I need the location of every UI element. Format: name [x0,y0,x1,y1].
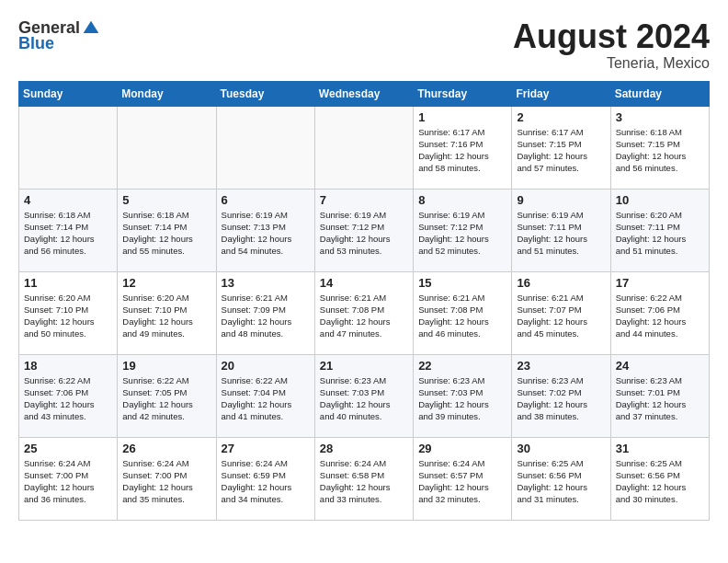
calendar-day-cell: 23Sunrise: 6:23 AM Sunset: 7:02 PM Dayli… [512,354,610,437]
day-number: 4 [24,193,112,207]
calendar-day-cell: 12Sunrise: 6:20 AM Sunset: 7:10 PM Dayli… [118,271,216,354]
day-info: Sunrise: 6:21 AM Sunset: 7:08 PM Dayligh… [320,292,408,340]
calendar-day-cell [216,106,314,189]
day-number: 6 [222,193,310,207]
day-info: Sunrise: 6:23 AM Sunset: 7:03 PM Dayligh… [418,374,506,423]
day-info: Sunrise: 6:21 AM Sunset: 7:09 PM Dayligh… [222,292,310,340]
day-info: Sunrise: 6:19 AM Sunset: 7:11 PM Dayligh… [517,209,605,258]
day-number: 3 [616,110,704,124]
day-number: 7 [320,193,408,207]
calendar-day-cell: 31Sunrise: 6:25 AM Sunset: 6:56 PM Dayli… [610,437,709,520]
day-info: Sunrise: 6:25 AM Sunset: 6:56 PM Dayligh… [616,457,704,506]
day-info: Sunrise: 6:22 AM Sunset: 7:06 PM Dayligh… [24,374,112,423]
calendar-day-cell: 29Sunrise: 6:24 AM Sunset: 6:57 PM Dayli… [414,437,512,520]
calendar-day-cell [118,106,216,189]
day-info: Sunrise: 6:20 AM Sunset: 7:10 PM Dayligh… [24,292,112,340]
day-number: 28 [320,442,408,455]
day-number: 30 [517,442,605,455]
day-number: 19 [122,359,210,373]
page-header: General Blue August 2024 Teneria, Mexico [18,18,710,72]
day-number: 31 [616,442,704,455]
day-info: Sunrise: 6:24 AM Sunset: 7:00 PM Dayligh… [122,457,210,506]
day-number: 27 [222,442,310,455]
day-of-week-header: Thursday [414,81,512,106]
calendar-day-cell: 14Sunrise: 6:21 AM Sunset: 7:08 PM Dayli… [314,271,413,354]
day-of-week-header: Saturday [610,81,709,106]
calendar-day-cell: 20Sunrise: 6:22 AM Sunset: 7:04 PM Dayli… [216,354,314,437]
calendar-day-cell: 2Sunrise: 6:17 AM Sunset: 7:15 PM Daylig… [512,106,610,189]
day-info: Sunrise: 6:19 AM Sunset: 7:12 PM Dayligh… [320,209,408,258]
day-number: 17 [616,276,704,290]
calendar-table: SundayMondayTuesdayWednesdayThursdayFrid… [18,81,710,521]
calendar-day-cell: 27Sunrise: 6:24 AM Sunset: 6:59 PM Dayli… [216,437,314,520]
day-info: Sunrise: 6:24 AM Sunset: 6:57 PM Dayligh… [418,457,506,506]
day-number: 29 [418,442,506,455]
day-info: Sunrise: 6:17 AM Sunset: 7:15 PM Dayligh… [517,126,605,175]
day-info: Sunrise: 6:22 AM Sunset: 7:06 PM Dayligh… [616,292,704,340]
day-number: 20 [222,359,310,373]
day-info: Sunrise: 6:22 AM Sunset: 7:04 PM Dayligh… [222,374,310,423]
calendar-day-cell: 5Sunrise: 6:18 AM Sunset: 7:14 PM Daylig… [118,189,216,271]
calendar-body: 1Sunrise: 6:17 AM Sunset: 7:16 PM Daylig… [19,106,710,520]
day-info: Sunrise: 6:20 AM Sunset: 7:11 PM Dayligh… [616,209,704,258]
calendar-day-cell: 6Sunrise: 6:19 AM Sunset: 7:13 PM Daylig… [216,189,314,271]
day-info: Sunrise: 6:22 AM Sunset: 7:05 PM Dayligh… [122,374,210,423]
day-info: Sunrise: 6:18 AM Sunset: 7:14 PM Dayligh… [24,209,112,258]
day-number: 10 [616,193,704,207]
calendar-day-cell: 21Sunrise: 6:23 AM Sunset: 7:03 PM Dayli… [314,354,413,437]
calendar-day-cell: 16Sunrise: 6:21 AM Sunset: 7:07 PM Dayli… [512,271,610,354]
calendar-day-cell: 11Sunrise: 6:20 AM Sunset: 7:10 PM Dayli… [19,271,118,354]
day-number: 16 [517,276,605,290]
day-number: 26 [122,442,210,455]
day-info: Sunrise: 6:21 AM Sunset: 7:08 PM Dayligh… [418,292,506,340]
logo: General Blue [18,18,100,53]
day-number: 15 [418,276,506,290]
calendar-day-cell: 30Sunrise: 6:25 AM Sunset: 6:56 PM Dayli… [512,437,610,520]
calendar-day-cell: 26Sunrise: 6:24 AM Sunset: 7:00 PM Dayli… [118,437,216,520]
day-of-week-header: Wednesday [314,81,413,106]
calendar-day-cell [314,106,413,189]
day-number: 22 [418,359,506,373]
day-info: Sunrise: 6:23 AM Sunset: 7:03 PM Dayligh… [320,374,408,423]
day-number: 13 [222,276,310,290]
day-number: 18 [24,359,112,373]
day-number: 14 [320,276,408,290]
calendar-week-row: 18Sunrise: 6:22 AM Sunset: 7:06 PM Dayli… [19,354,710,437]
day-number: 1 [418,110,506,124]
day-of-week-header: Sunday [19,81,118,106]
day-info: Sunrise: 6:24 AM Sunset: 6:58 PM Dayligh… [320,457,408,506]
calendar-week-row: 4Sunrise: 6:18 AM Sunset: 7:14 PM Daylig… [19,189,710,271]
svg-marker-0 [84,20,99,32]
day-number: 8 [418,193,506,207]
calendar-day-cell: 17Sunrise: 6:22 AM Sunset: 7:06 PM Dayli… [610,271,709,354]
calendar-week-row: 25Sunrise: 6:24 AM Sunset: 7:00 PM Dayli… [19,437,710,520]
day-info: Sunrise: 6:17 AM Sunset: 7:16 PM Dayligh… [418,126,506,175]
day-number: 25 [24,442,112,455]
calendar-day-cell: 25Sunrise: 6:24 AM Sunset: 7:00 PM Dayli… [19,437,118,520]
calendar-day-cell: 19Sunrise: 6:22 AM Sunset: 7:05 PM Dayli… [118,354,216,437]
day-number: 23 [517,359,605,373]
calendar-day-cell: 4Sunrise: 6:18 AM Sunset: 7:14 PM Daylig… [19,189,118,271]
day-number: 24 [616,359,704,373]
day-info: Sunrise: 6:24 AM Sunset: 6:59 PM Dayligh… [222,457,310,506]
calendar-day-cell [19,106,118,189]
location-subtitle: Teneria, Mexico [513,55,710,72]
logo-blue: Blue [18,34,100,53]
day-number: 21 [320,359,408,373]
day-info: Sunrise: 6:21 AM Sunset: 7:07 PM Dayligh… [517,292,605,340]
calendar-week-row: 1Sunrise: 6:17 AM Sunset: 7:16 PM Daylig… [19,106,710,189]
calendar-day-cell: 28Sunrise: 6:24 AM Sunset: 6:58 PM Dayli… [314,437,413,520]
day-info: Sunrise: 6:19 AM Sunset: 7:12 PM Dayligh… [418,209,506,258]
calendar-day-cell: 3Sunrise: 6:18 AM Sunset: 7:15 PM Daylig… [610,106,709,189]
day-info: Sunrise: 6:24 AM Sunset: 7:00 PM Dayligh… [24,457,112,506]
day-number: 11 [24,276,112,290]
title-block: August 2024 Teneria, Mexico [513,18,710,72]
calendar-day-cell: 10Sunrise: 6:20 AM Sunset: 7:11 PM Dayli… [610,189,709,271]
day-info: Sunrise: 6:20 AM Sunset: 7:10 PM Dayligh… [122,292,210,340]
calendar-day-cell: 1Sunrise: 6:17 AM Sunset: 7:16 PM Daylig… [414,106,512,189]
calendar-day-cell: 24Sunrise: 6:23 AM Sunset: 7:01 PM Dayli… [610,354,709,437]
day-number: 9 [517,193,605,207]
calendar-day-cell: 22Sunrise: 6:23 AM Sunset: 7:03 PM Dayli… [414,354,512,437]
day-of-week-header: Friday [512,81,610,106]
day-of-week-header: Monday [118,81,216,106]
